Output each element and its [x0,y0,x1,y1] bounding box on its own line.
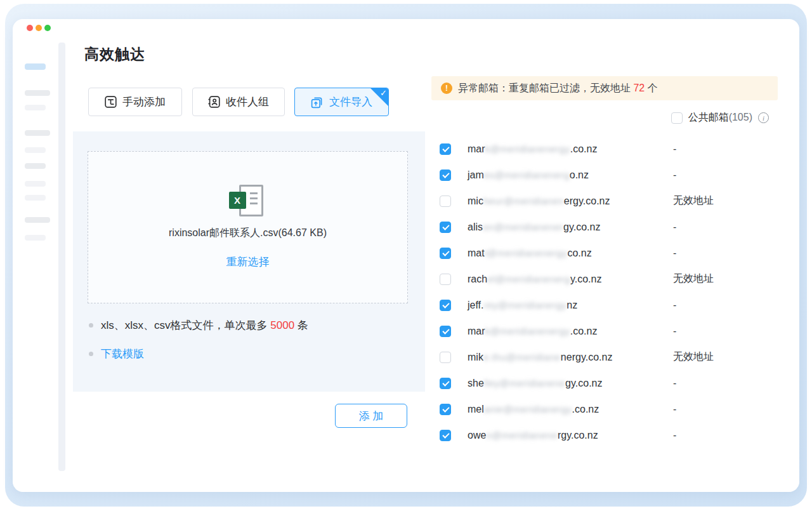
email-row: rachel@meridianenergy.co.nz 无效地址 [440,266,778,292]
file-upload-panel: X rixinsolar邮件联系人.csv(64.67 KB) 重新选择 xls… [73,131,425,392]
sidebar-item[interactable] [25,217,50,223]
email-address: mark@meridianenergy.co.nz [468,143,597,155]
email-checkbox[interactable] [440,430,451,441]
email-address: rachel@meridianenergy.co.nz [468,274,601,285]
download-template-link[interactable]: 下载模版 [101,347,144,361]
maximize-window-icon[interactable] [44,25,51,31]
bullet-icon [89,352,93,356]
email-checkbox[interactable] [440,274,451,285]
blurred-email-segment: k@meridianenergy [485,143,570,154]
excel-file-icon: X [229,185,267,218]
email-address: jeff.rey@meridianergynz [468,300,577,311]
email-status: - [673,404,676,415]
invalid-count: 72 [633,83,645,93]
close-window-icon[interactable] [27,25,33,31]
minimize-window-icon[interactable] [36,25,42,31]
email-checkbox[interactable] [440,196,451,207]
page-title: 高效触达 [84,44,145,64]
email-status: - [673,430,676,441]
email-checkbox[interactable] [440,143,451,155]
add-button[interactable]: 添 加 [335,404,407,428]
info-icon[interactable]: i [758,112,769,123]
blurred-email-segment: el@meridianenerg [487,274,570,284]
uploaded-file-name: rixinsolar邮件联系人.csv(64.67 KB) [88,227,407,240]
check-icon: ✓ [380,88,387,98]
sidebar-item[interactable] [25,105,46,110]
sidebar-item[interactable] [25,130,50,136]
email-status: 无效地址 [673,194,714,208]
email-address: shelley@meridianenegy.co.nz [468,378,603,389]
email-row: mark@meridianenergy.co.nz - [440,318,778,344]
email-row: mark@meridianenergy.co.nz - [440,136,778,162]
tab-file-import[interactable]: 文件导入 ✓ [294,88,389,116]
email-row: alison@meridianenergy.co.nz - [440,214,778,240]
tab-recipient-group[interactable]: 收件人组 [192,88,285,116]
tab-manual-add[interactable]: 手动添加 [88,88,182,116]
bullet-icon [89,323,93,328]
email-row: melanie@meridianergy.co.nz - [440,396,778,422]
doc-line [250,202,258,204]
sidebar-item[interactable] [25,163,46,169]
email-status: - [673,169,676,181]
sidebar-item[interactable] [25,181,46,187]
manual-add-icon [105,96,117,108]
email-status: - [673,248,676,259]
warning-icon: ! [441,83,452,94]
doc-line [250,197,258,199]
blurred-email-segment: k@meridianenergy [485,326,570,336]
email-checkbox[interactable] [440,378,451,389]
email-row: shelley@meridianenegy.co.nz - [440,370,778,396]
tip-text: xls、xlsx、csv格式文件，单次最多 5000 条 [101,318,308,333]
reselect-file-link[interactable]: 重新选择 [88,255,407,269]
app-window: 高效触达 手动添加 收件人组 [13,19,799,492]
blurred-email-segment: heur@meridianen [483,196,564,206]
email-status: - [673,143,676,155]
email-checkbox[interactable] [440,248,451,259]
blurred-email-segment: es@meridianenerg [484,169,570,180]
max-count: 5000 [270,319,294,331]
sidebar-item[interactable] [25,235,46,241]
blurred-email-segment: e.thu@meridiane [483,352,561,362]
public-mailbox-row: 公共邮箱(105) i [671,111,769,124]
blurred-email-segment: on@meridianener [483,222,563,232]
email-address: mark@meridianenergy.co.nz [468,326,597,337]
sidebar-item[interactable] [25,90,50,96]
upload-dropzone[interactable]: X rixinsolar邮件联系人.csv(64.67 KB) 重新选择 [88,151,408,303]
sidebar-item[interactable] [25,195,46,201]
email-checkbox[interactable] [440,352,451,363]
excel-x-badge: X [229,192,246,209]
email-status: - [673,378,676,389]
sidebar-item-active[interactable] [25,63,46,70]
public-mailbox-label: 公共邮箱(105) [688,111,752,124]
email-row: jeff.rey@meridianergynz - [440,292,778,318]
tab-label: 收件人组 [226,95,269,109]
blurred-email-segment: anie@meridianergy [484,404,572,415]
sidebar-item[interactable] [25,147,46,153]
email-address: micheur@meridianenergy.co.nz [468,196,610,207]
tab-label: 文件导入 [329,95,372,109]
recipient-group-icon [208,96,220,108]
email-row: james@meridianenergo.nz - [440,162,778,188]
file-import-icon [311,96,324,109]
email-checkbox[interactable] [440,300,451,311]
email-status: 无效地址 [673,272,714,286]
sidebar-divider [58,43,65,471]
email-status: - [673,326,676,337]
email-row: mike.thu@meridianenergy.co.nz 无效地址 [440,344,778,370]
email-status: - [673,222,676,233]
email-checkbox[interactable] [440,169,451,181]
email-address: alison@meridianenergy.co.nz [468,222,600,233]
email-checkbox[interactable] [440,222,451,233]
email-address: matt@meridianenergyco.nz [468,248,592,259]
abnormal-mailbox-banner: ! 异常邮箱：重复邮箱已过滤，无效地址 72 个 [431,76,778,100]
template-tip: 下载模版 [89,347,144,361]
email-row: matt@meridianenergyco.nz - [440,240,778,266]
email-status: - [673,300,676,311]
banner-text: 异常邮箱：重复邮箱已过滤，无效地址 72 个 [458,82,658,95]
email-row: owen@meridianenergy.co.nz - [440,422,778,448]
email-checkbox[interactable] [440,326,451,337]
email-address: owen@meridianenergy.co.nz [468,430,598,441]
public-mailbox-checkbox[interactable] [671,112,683,124]
email-checkbox[interactable] [440,404,451,415]
email-address: melanie@meridianergy.co.nz [468,404,599,415]
